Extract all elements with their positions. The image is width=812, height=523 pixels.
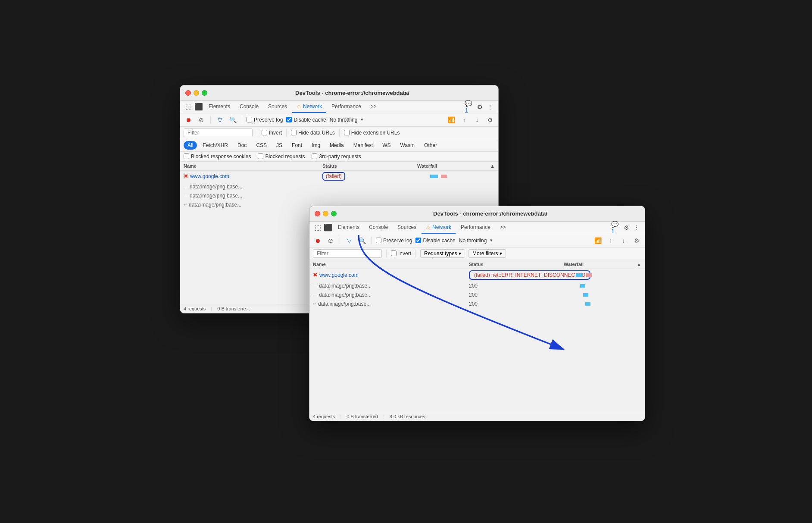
filter-font-1[interactable]: Font [288,141,306,150]
tab-network-2[interactable]: ⚠Network [422,222,456,234]
tab-console-2[interactable]: Console [365,222,392,234]
hide-data-urls-label-1[interactable]: Hide data URLs [291,130,335,136]
preserve-log-label-2[interactable]: Preserve log [376,238,412,244]
hide-extension-urls-checkbox-1[interactable] [344,130,350,135]
wifi-icon-1[interactable]: 📶 [447,115,456,125]
tab-more-2[interactable]: >> [496,222,510,234]
tab-elements-2[interactable]: Elements [334,222,364,234]
tab-more-1[interactable]: >> [366,101,381,113]
invert-checkbox-2[interactable] [391,251,397,256]
search-icon-1[interactable]: 🔍 [228,115,237,125]
more-icon-2[interactable]: ⋮ [632,223,641,232]
close-button-1[interactable] [185,90,191,96]
tab-performance-1[interactable]: Performance [327,101,365,113]
throttle-arrow-2[interactable]: ▾ [490,238,493,243]
network-settings-icon-1[interactable]: ⚙ [485,115,495,125]
record-icon-1[interactable]: ⏺ [184,115,193,125]
tab-elements-1[interactable]: Elements [204,101,234,113]
tab-sources-1[interactable]: Sources [264,101,291,113]
filter-media-1[interactable]: Media [326,141,348,150]
throttle-arrow-1[interactable]: ▾ [361,117,363,122]
preserve-log-label-1[interactable]: Preserve log [247,117,283,123]
filter-ws-1[interactable]: WS [378,141,394,150]
tab-console-1[interactable]: Console [235,101,263,113]
hide-data-urls-checkbox-1[interactable] [291,130,297,135]
filter-input-1[interactable] [184,128,253,137]
filter-css-1[interactable]: CSS [252,141,271,150]
invert-label-2[interactable]: Invert [391,251,411,257]
preserve-log-checkbox-2[interactable] [376,238,381,243]
more-filters-btn-2[interactable]: More filters ▾ [468,249,506,258]
filter-wasm-1[interactable]: Wasm [397,141,419,150]
third-party-label-1[interactable]: 3rd-party requests [312,153,361,160]
col-name-header-1[interactable]: Name [184,163,322,169]
upload-icon-1[interactable]: ↑ [459,115,469,125]
close-button-2[interactable] [315,211,320,216]
preserve-log-checkbox-1[interactable] [247,117,252,122]
search-icon-2[interactable]: 🔍 [357,236,367,245]
filter-other-1[interactable]: Other [420,141,441,150]
filter-doc-1[interactable]: Doc [234,141,250,150]
col-status-header-1[interactable]: Status [322,163,417,169]
request-types-btn-2[interactable]: Request types ▾ [420,249,465,258]
filter-icon-2[interactable]: ▽ [344,236,354,245]
filter-img-1[interactable]: Img [308,141,324,150]
table-row-1-2[interactable]: — data:image/png;base... [180,182,498,191]
tab-network-1[interactable]: ⚠Network [292,101,326,113]
blocked-cookies-1[interactable] [184,153,189,159]
tab-sources-2[interactable]: Sources [393,222,421,234]
more-icon-1[interactable]: ⋮ [485,102,495,112]
clear-icon-1[interactable]: ⊘ [197,115,206,125]
filter-input-2[interactable] [313,249,382,258]
table-row-1-3[interactable]: — data:image/png;base... [180,191,498,200]
table-row-2-1[interactable]: ✖ www.google.com (failed) net::ERR_INTER… [309,269,645,282]
table-row-2-3[interactable]: — data:image/png;base... 200 [309,291,645,300]
table-row-2-4[interactable]: ↵ data:image/png;base... 200 [309,300,645,309]
link-name-2-1[interactable]: www.google.com [319,272,359,278]
clear-icon-2[interactable]: ⊘ [326,236,335,245]
filter-manifest-1[interactable]: Manifest [350,141,377,150]
col-waterfall-header-2[interactable]: Waterfall ▲ [564,262,641,267]
settings-icon-2[interactable]: ⚙ [621,223,631,232]
comments-icon-2[interactable]: 💬 1 [611,223,621,232]
minimize-button-1[interactable] [194,90,199,96]
filter-fetch-xhr-1[interactable]: Fetch/XHR [199,141,232,150]
tab-performance-2[interactable]: Performance [456,222,495,234]
maximize-button-1[interactable] [202,90,207,96]
invert-label-1[interactable]: Invert [262,130,282,136]
layout-icon-1[interactable]: ⬛ [194,102,203,112]
cursor-icon-2[interactable]: ⬚ [313,223,322,232]
filter-all-1[interactable]: All [184,141,197,150]
comments-icon-1[interactable]: 💬 1 [465,102,474,112]
settings-icon-1[interactable]: ⚙ [475,102,484,112]
layout-icon-2[interactable]: ⬛ [323,223,333,232]
cursor-icon-1[interactable]: ⬚ [184,102,193,112]
row-waterfall-2-1 [564,272,641,278]
disable-cache-label-1[interactable]: Disable cache [286,117,326,123]
record-icon-2[interactable]: ⏺ [313,236,322,245]
filter-js-1[interactable]: JS [272,141,286,150]
col-status-header-2[interactable]: Status [469,262,564,267]
filter-icon-1[interactable]: ▽ [215,115,225,125]
network-settings-icon-2[interactable]: ⚙ [632,236,641,245]
maximize-button-2[interactable] [331,211,337,216]
wifi-icon-2[interactable]: 📶 [593,236,603,245]
blocked-requests-1[interactable] [258,153,263,159]
blocked-cookies-label-1[interactable]: Blocked response cookies [184,153,251,160]
download-icon-1[interactable]: ↓ [472,115,482,125]
download-icon-2[interactable]: ↓ [619,236,628,245]
disable-cache-label-2[interactable]: Disable cache [415,238,455,244]
upload-icon-2[interactable]: ↑ [606,236,615,245]
invert-checkbox-1[interactable] [262,130,267,135]
blocked-requests-label-1[interactable]: Blocked requests [258,153,305,160]
table-row-2-2[interactable]: — data:image/png;base... 200 [309,282,645,291]
col-name-header-2[interactable]: Name [313,262,469,267]
minimize-button-2[interactable] [323,211,328,216]
third-party-1[interactable] [312,153,317,159]
hide-extension-urls-label-1[interactable]: Hide extension URLs [344,130,400,136]
disable-cache-checkbox-2[interactable] [415,238,421,243]
link-name-1-1[interactable]: www.google.com [190,173,229,179]
disable-cache-checkbox-1[interactable] [286,117,292,122]
col-waterfall-header-1[interactable]: Waterfall ▲ [417,163,495,169]
table-row-1-1[interactable]: ✖ www.google.com (failed) [180,171,498,182]
